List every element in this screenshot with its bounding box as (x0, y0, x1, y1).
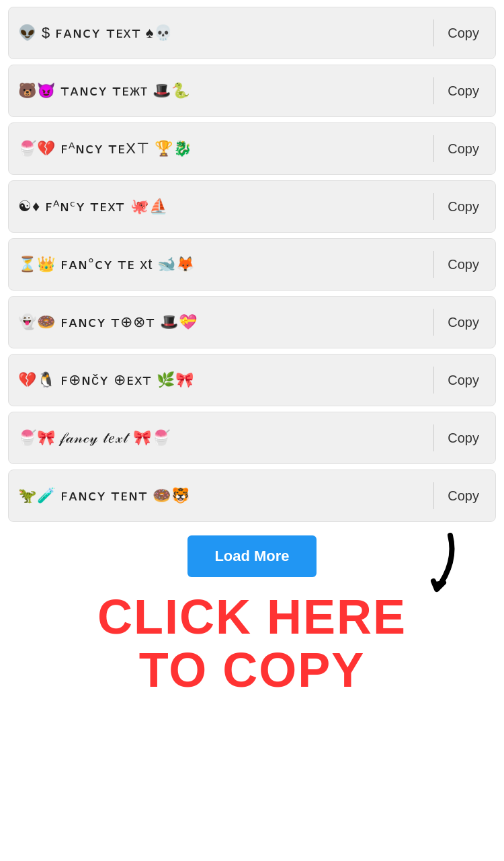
fancy-text-list: 👽 $ ꜰᴀɴᴄʏ ᴛᴇxᴛ ♠️💀Copy🐻😈 ᴛᴀɴᴄʏ ᴛᴇжт 🎩🐍Co… (0, 0, 504, 529)
fancy-text-content: 🦖🧪 ꜰᴀɴᴄʏ ᴛᴇɴᴛ 🍩🐯 (18, 487, 433, 504)
fancy-text-content: 👽 $ ꜰᴀɴᴄʏ ᴛᴇxᴛ ♠️💀 (18, 24, 433, 42)
copy-button-9[interactable]: Copy (441, 483, 486, 509)
fancy-text-content: 🍧💔 ꜰᴬɴᴄʏ ᴛᴇX⊤ 🏆🐉 (18, 140, 433, 157)
copy-button-5[interactable]: Copy (441, 252, 486, 278)
copy-button-2[interactable]: Copy (441, 78, 486, 104)
text-row: 🐻😈 ᴛᴀɴᴄʏ ᴛᴇжт 🎩🐍Copy (8, 65, 496, 117)
copy-button-7[interactable]: Copy (441, 367, 486, 394)
row-divider (433, 424, 434, 451)
fancy-text-content: ⏳👑 ꜰᴀɴ°ᴄʏ ᴛᴇ xt 🐋🦊 (18, 256, 433, 273)
row-divider (433, 482, 434, 509)
fancy-text-content: 🐻😈 ᴛᴀɴᴄʏ ᴛᴇжт 🎩🐍 (18, 82, 433, 100)
text-row: 💔🐧 ꜰ⊕ɴčʏ ⊕ᴇxᴛ 🌿🎀Copy (8, 354, 496, 406)
text-row: ⏳👑 ꜰᴀɴ°ᴄʏ ᴛᴇ xt 🐋🦊Copy (8, 238, 496, 291)
text-row: ☯♦ ꜰᴬɴᶜʏ ᴛᴇxᴛ 🐙⛵Copy (8, 180, 496, 233)
row-divider (433, 251, 434, 278)
text-row: 👽 $ ꜰᴀɴᴄʏ ᴛᴇxᴛ ♠️💀Copy (8, 7, 496, 59)
copy-button-8[interactable]: Copy (441, 425, 486, 451)
copy-button-1[interactable]: Copy (441, 20, 486, 46)
fancy-text-content: 🍧🎀 𝒻𝒶𝓃𝒸𝓎 𝓉𝑒𝓍𝓉 🎀🍧 (18, 429, 433, 447)
row-divider (433, 193, 434, 220)
copy-button-4[interactable]: Copy (441, 194, 486, 220)
text-row: 🍧💔 ꜰᴬɴᴄʏ ᴛᴇX⊤ 🏆🐉Copy (8, 122, 496, 175)
row-divider (433, 77, 434, 104)
copy-button-6[interactable]: Copy (441, 309, 486, 336)
row-divider (433, 20, 434, 46)
text-row: 🍧🎀 𝒻𝒶𝓃𝒸𝓎 𝓉𝑒𝓍𝓉 🎀🍧Copy (8, 412, 496, 464)
text-row: 🦖🧪 ꜰᴀɴᴄʏ ᴛᴇɴᴛ 🍩🐯Copy (8, 470, 496, 522)
fancy-text-content: ☯♦ ꜰᴬɴᶜʏ ᴛᴇxᴛ 🐙⛵ (18, 198, 433, 215)
copy-button-3[interactable]: Copy (441, 136, 486, 162)
row-divider (433, 309, 434, 336)
load-more-button[interactable]: Load More (187, 535, 316, 577)
arrow-annotation (363, 522, 464, 609)
text-row: 👻🍩 ꜰᴀɴᴄʏ ᴛ⊕⊗ᴛ 🎩💝Copy (8, 296, 496, 348)
row-divider (433, 367, 434, 394)
fancy-text-content: 💔🐧 ꜰ⊕ɴčʏ ⊕ᴇxᴛ 🌿🎀 (18, 371, 433, 389)
row-divider (433, 135, 434, 162)
load-more-area: Load More (0, 529, 504, 577)
fancy-text-content: 👻🍩 ꜰᴀɴᴄʏ ᴛ⊕⊗ᴛ 🎩💝 (18, 313, 433, 331)
